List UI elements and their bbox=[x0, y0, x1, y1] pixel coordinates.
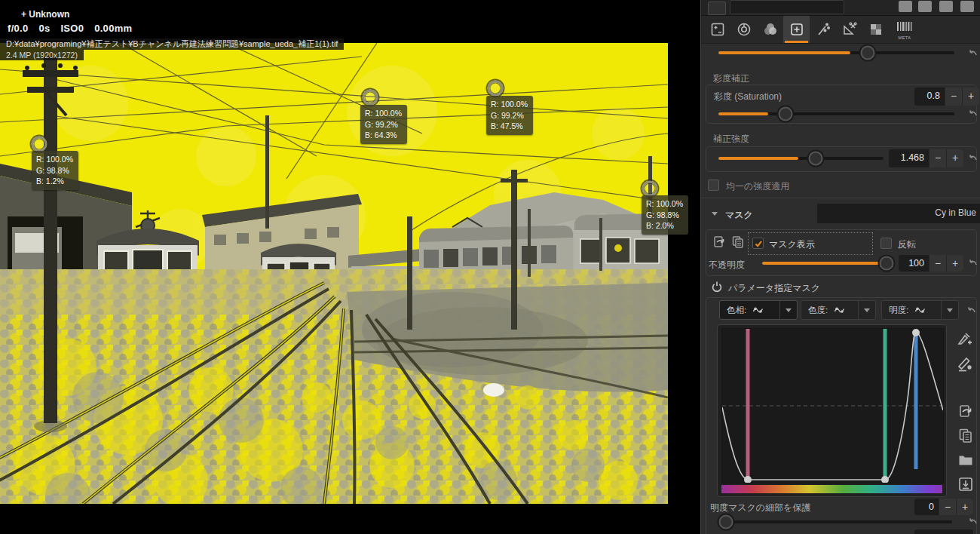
tab-exposure[interactable] bbox=[704, 16, 730, 43]
exif-iso: ISO0 bbox=[60, 23, 84, 34]
check-icon bbox=[754, 239, 763, 248]
slider-knob[interactable] bbox=[809, 152, 823, 166]
clipped-icon[interactable] bbox=[918, 1, 932, 12]
section-title-saturation-correction: 彩度補正 bbox=[713, 72, 749, 85]
folder-open-icon[interactable] bbox=[957, 451, 975, 469]
section-title-strength: 補正強度 bbox=[713, 133, 749, 146]
opacity-value[interactable]: 100 bbox=[899, 255, 929, 272]
mask-section-title: マスク bbox=[725, 209, 753, 222]
color-sampler-readout: R: 100.0% G: 98.8% B: 2.0% bbox=[642, 195, 688, 235]
camera-name: + Unknown bbox=[21, 9, 69, 20]
curve-wave-icon bbox=[752, 305, 764, 315]
picker-add-icon[interactable] bbox=[955, 330, 973, 348]
saturation-increment-button[interactable]: + bbox=[962, 87, 979, 106]
hue-gradient-strip[interactable] bbox=[721, 485, 942, 493]
protect-slider[interactable] bbox=[718, 520, 952, 523]
tab-partial-correction[interactable] bbox=[783, 16, 810, 43]
mask-name-field[interactable]: Cy in Blue bbox=[817, 204, 980, 223]
strength-value[interactable]: 1.468 bbox=[889, 149, 929, 167]
clipped-toolbar bbox=[701, 0, 980, 16]
tab-pattern[interactable] bbox=[862, 16, 889, 43]
undo-icon[interactable] bbox=[965, 305, 977, 317]
file-info: 2.4 MP (1920x1272) bbox=[0, 50, 84, 60]
divider bbox=[701, 198, 980, 198]
pencil-edit-icon[interactable] bbox=[955, 354, 973, 373]
slider-knob[interactable] bbox=[779, 107, 793, 121]
mask-transfer-button[interactable] bbox=[712, 235, 727, 253]
strength-increment-button[interactable]: + bbox=[946, 149, 963, 167]
copy-icon[interactable] bbox=[957, 427, 975, 445]
sampler-r: R: 100.0% bbox=[365, 108, 402, 119]
sampler-g: G: 98.8% bbox=[36, 165, 73, 176]
sampler-b: B: 64.3% bbox=[365, 130, 402, 141]
sampler-r: R: 100.0% bbox=[646, 198, 683, 210]
undo-icon[interactable] bbox=[966, 257, 978, 269]
app-window: + Unknown f/0.0 0s ISO0 0.00mm D:¥data¥p… bbox=[0, 0, 980, 534]
exif-aperture: f/0.0 bbox=[8, 23, 29, 34]
curve-point bbox=[744, 476, 752, 483]
tab-lens[interactable] bbox=[730, 16, 757, 43]
show-mask-label: マスク表示 bbox=[769, 238, 815, 251]
saturation-value[interactable]: 0.8 bbox=[914, 87, 945, 106]
strength-decrement-button[interactable]: − bbox=[929, 149, 946, 167]
saturation-value-control: 0.8 − + bbox=[914, 87, 979, 106]
protect-decrement-button[interactable]: − bbox=[939, 499, 956, 515]
clipped-field[interactable] bbox=[730, 0, 844, 14]
strength-slider[interactable] bbox=[718, 157, 884, 160]
lightness-dropdown-label: 明度: bbox=[889, 305, 908, 316]
opacity-slider[interactable] bbox=[762, 262, 889, 265]
color-sampler-readout: R: 100.0% G: 99.2% B: 47.5% bbox=[486, 96, 533, 135]
slider-knob[interactable] bbox=[880, 256, 894, 271]
mask-curve-editor[interactable] bbox=[717, 324, 947, 497]
mask-copy-button[interactable] bbox=[730, 235, 746, 253]
invert-checkbox[interactable] bbox=[880, 238, 892, 249]
slider-knob[interactable] bbox=[719, 515, 733, 529]
transfer-icon[interactable] bbox=[957, 403, 975, 421]
param-mask-title: パラメータ指定マスク bbox=[728, 282, 820, 295]
clipped-button[interactable] bbox=[708, 2, 726, 15]
chroma-curve-dropdown[interactable]: 色度: bbox=[801, 300, 876, 320]
transfer-icon bbox=[712, 235, 727, 250]
tab-color[interactable] bbox=[757, 16, 783, 43]
slider-knob[interactable] bbox=[861, 46, 875, 60]
opacity-increment-button[interactable]: + bbox=[946, 255, 963, 272]
undo-icon[interactable] bbox=[966, 108, 978, 120]
photo-canvas[interactable] bbox=[0, 43, 668, 504]
undo-icon[interactable] bbox=[966, 48, 978, 60]
save-import-icon[interactable] bbox=[957, 475, 975, 493]
clipped-icon[interactable] bbox=[939, 1, 953, 12]
saturation-slider[interactable] bbox=[718, 112, 954, 115]
protect-value[interactable]: 0 bbox=[914, 499, 939, 515]
undo-icon[interactable] bbox=[966, 152, 978, 164]
tab-crop-rotate[interactable] bbox=[836, 16, 862, 43]
hue-curve-dropdown[interactable]: 色相: bbox=[719, 300, 798, 320]
color-sampler-point[interactable] bbox=[642, 181, 658, 197]
curve-wave-icon bbox=[914, 305, 926, 315]
clipped-icon[interactable] bbox=[899, 1, 912, 12]
sampler-g: G: 99.2% bbox=[365, 119, 402, 130]
undo-icon[interactable] bbox=[966, 516, 978, 528]
protect-increment-button[interactable]: + bbox=[956, 499, 973, 515]
lens-icon bbox=[736, 21, 752, 38]
saturation-label: 彩度 (Saturation) bbox=[714, 91, 782, 103]
color-sampler-point[interactable] bbox=[32, 137, 47, 152]
clipped-top-slider[interactable] bbox=[718, 51, 954, 54]
curve-wave-icon bbox=[834, 305, 845, 315]
copy-icon bbox=[730, 235, 746, 250]
mask-collapse-caret[interactable] bbox=[712, 212, 718, 216]
opacity-decrement-button[interactable]: − bbox=[929, 255, 946, 272]
saturation-decrement-button[interactable]: − bbox=[945, 87, 962, 106]
color-sampler-point[interactable] bbox=[363, 90, 378, 106]
sampler-b: B: 1.2% bbox=[36, 176, 73, 187]
clipped-icon[interactable] bbox=[960, 1, 974, 12]
tab-metadata[interactable]: META bbox=[889, 16, 920, 43]
meta-label: META bbox=[889, 35, 920, 40]
color-sampler-point[interactable] bbox=[488, 81, 504, 97]
curve-plot-area[interactable] bbox=[721, 328, 944, 483]
power-toggle-icon[interactable] bbox=[711, 281, 723, 293]
tab-retouch[interactable] bbox=[810, 16, 836, 43]
show-mask-checkbox[interactable] bbox=[752, 238, 764, 249]
mask-curve-svg bbox=[722, 329, 943, 483]
uniform-strength-checkbox[interactable] bbox=[708, 180, 719, 191]
lightness-curve-dropdown[interactable]: 明度: bbox=[881, 300, 959, 320]
